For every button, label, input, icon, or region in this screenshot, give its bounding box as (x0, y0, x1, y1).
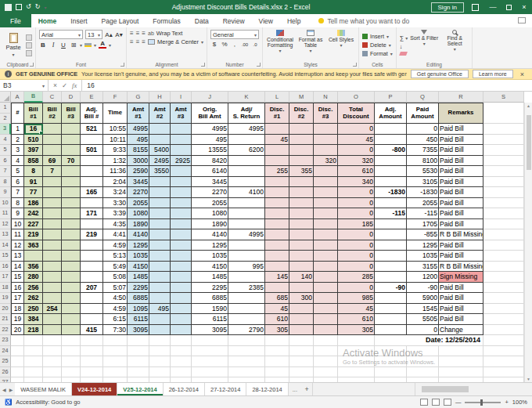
cell-I18[interactable] (171, 283, 192, 294)
cell-B19[interactable]: 262 (24, 293, 43, 304)
cell-L11[interactable] (265, 208, 289, 219)
column-header-L[interactable]: L (265, 92, 289, 103)
cell-R18[interactable]: Paid Bill (439, 283, 483, 294)
cell-E19[interactable] (81, 293, 103, 304)
row-header-3[interactable]: 3 (0, 124, 11, 135)
cell-M7[interactable]: 355 (289, 166, 314, 177)
cell-P16[interactable] (375, 262, 407, 273)
cell-S7[interactable] (483, 166, 524, 177)
cell-I25[interactable] (171, 356, 192, 367)
cell-J27[interactable] (192, 377, 228, 382)
cell-I22[interactable] (171, 325, 192, 336)
cell-R20[interactable]: Paid Bill (439, 304, 483, 315)
cell-S17[interactable] (483, 272, 524, 283)
cell-I20[interactable] (171, 304, 192, 315)
select-all-button[interactable] (0, 92, 11, 103)
format-button[interactable]: Format ▾ (362, 50, 393, 57)
cell-P12[interactable] (375, 219, 407, 230)
font-color-dropdown-icon[interactable]: ▾ (109, 42, 111, 48)
cell-R8[interactable]: Paid Bill (439, 177, 483, 188)
format-painter-icon[interactable] (26, 50, 32, 56)
cell-G3[interactable]: 4995 (128, 124, 149, 135)
paste-button[interactable]: Paste ▾ (3, 30, 23, 60)
row-header-26[interactable]: 26 (0, 367, 11, 378)
cell-S22[interactable] (483, 325, 524, 336)
cell-Q19[interactable]: 5900 (407, 293, 439, 304)
cell-D13[interactable] (62, 229, 81, 240)
cell-D8[interactable] (62, 177, 81, 188)
row-header-23[interactable]: 23 (0, 335, 11, 346)
cell-O27[interactable] (338, 377, 375, 382)
cell-P5[interactable]: -800 (375, 145, 407, 156)
cell-D7[interactable] (62, 166, 81, 177)
zoom-out-icon[interactable]: — (455, 399, 462, 406)
cell-P9[interactable]: -1830 (375, 187, 407, 198)
cell-J21[interactable]: 6115 (192, 314, 228, 325)
cell-N27[interactable] (314, 377, 338, 382)
cell-E7[interactable] (81, 166, 103, 177)
cell-L4[interactable]: 45 (265, 135, 289, 146)
cell-O16[interactable]: 0 (338, 262, 375, 273)
cell-B7[interactable]: 8 (24, 166, 43, 177)
cell-P13[interactable] (375, 229, 407, 240)
cell-A4[interactable]: 2 (11, 135, 24, 146)
cell-J20[interactable]: 1590 (192, 304, 228, 315)
column-header-I[interactable]: I (171, 92, 192, 103)
cell-B13[interactable]: 219 (24, 229, 43, 240)
italic-button[interactable]: I (49, 42, 57, 49)
cell-A1[interactable]: # (11, 103, 24, 124)
cell-P7[interactable] (375, 166, 407, 177)
cell-E5[interactable]: 501 (81, 145, 103, 156)
cell-H16[interactable] (149, 262, 171, 273)
cell-C1[interactable]: Bill #2 (43, 103, 62, 124)
cell-A19[interactable]: 17 (11, 293, 24, 304)
cell-S8[interactable] (483, 177, 524, 188)
cell-C7[interactable]: 7 (43, 166, 62, 177)
font-color-button[interactable]: A (99, 41, 106, 49)
cell-H27[interactable] (149, 377, 171, 382)
cell-L17[interactable]: 145 (265, 272, 289, 283)
cell-R5[interactable]: Paid Bill (439, 145, 483, 156)
cell-D5[interactable] (62, 145, 81, 156)
column-header-D[interactable]: D (62, 92, 81, 103)
cell-O8[interactable]: 340 (338, 177, 375, 188)
cell-D24[interactable] (62, 346, 81, 357)
borders-dropdown-icon[interactable]: ▾ (80, 42, 82, 48)
delete-button[interactable]: Delete ▾ (362, 42, 393, 49)
cell-M5[interactable] (289, 145, 314, 156)
cell-M18[interactable] (289, 283, 314, 294)
cell-F4[interactable]: 10:11 (103, 135, 128, 146)
cell-E17[interactable] (81, 272, 103, 283)
cell-D1[interactable]: Bill #3 (62, 103, 81, 124)
column-header-H[interactable]: H (149, 92, 171, 103)
cell-K8[interactable] (228, 177, 265, 188)
cell-R14[interactable]: Paid Bill (439, 240, 483, 251)
align-middle-icon[interactable]: ≡ (136, 31, 140, 37)
cell-C3[interactable] (43, 124, 62, 135)
cell-F15[interactable]: 5:13 (103, 251, 128, 262)
undo-icon[interactable]: ↺ (26, 4, 31, 10)
cell-F14[interactable]: 4:59 (103, 240, 128, 251)
row-header-7[interactable]: 7 (0, 166, 11, 177)
cell-S27[interactable] (483, 377, 524, 382)
zoom-level[interactable]: 100% (512, 399, 527, 406)
cell-D25[interactable] (62, 356, 81, 367)
cell-B6[interactable]: 858 (24, 156, 43, 167)
cell-M13[interactable] (289, 229, 314, 240)
cell-K17[interactable] (228, 272, 265, 283)
cell-R6[interactable]: Paid Bill (439, 156, 483, 167)
cell-A21[interactable]: 19 (11, 314, 24, 325)
row-header-11[interactable]: 11 (0, 208, 11, 219)
cell-G12[interactable]: 1890 (128, 219, 149, 230)
cell-N18[interactable] (314, 283, 338, 294)
cell-styles-button[interactable]: Cell Styles ▾ (327, 30, 355, 60)
row-header-27[interactable]: 27 (0, 377, 11, 382)
cell-Q20[interactable]: 1545 (407, 304, 439, 315)
cell-S20[interactable] (483, 304, 524, 315)
close-button[interactable]: × (516, 0, 532, 14)
cell-N21[interactable] (314, 314, 338, 325)
cell-S10[interactable] (483, 198, 524, 209)
sheet-tab-28-12-2014[interactable]: 28-12-2014 (246, 383, 288, 395)
cell-B1[interactable]: Bill #1 (24, 103, 43, 124)
cell-O20[interactable]: 45 (338, 304, 375, 315)
